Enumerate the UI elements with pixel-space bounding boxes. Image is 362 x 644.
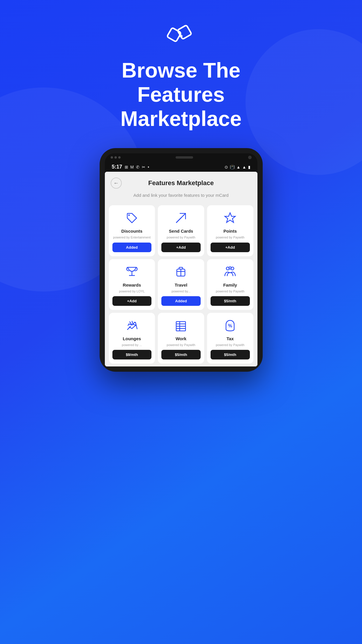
points-icon (223, 210, 238, 226)
phone-camera (248, 156, 252, 159)
feature-card-work: Work powered by Paywith $5/mth (158, 313, 204, 364)
header-section: Browse The Features Marketplace (0, 0, 362, 131)
feature-card-rewards: Rewards powered by LOYL +Add (109, 259, 155, 310)
travel-powered: powered by... (172, 289, 190, 293)
rewards-icon (124, 264, 139, 280)
svg-marker-6 (225, 213, 235, 222)
status-bar: 5:17 ⊞ M ✆ ✂ • ⊙ 📳 ▲ ▲ ▮ (105, 163, 257, 172)
family-powered: powered by Paywith (216, 289, 244, 293)
tax-icon: % (223, 318, 238, 333)
back-arrow-icon: ← (114, 180, 119, 186)
dot-status-icon: • (148, 165, 149, 169)
travel-button[interactable]: Added (161, 296, 201, 306)
phone-dots (111, 156, 121, 159)
phone-status-icon: ✆ (136, 165, 139, 169)
send-cards-button[interactable]: +Add (161, 243, 201, 252)
family-button[interactable]: $5/mth (211, 296, 250, 306)
send-cards-powered: powered by Paywith (167, 235, 195, 239)
lounges-powered: powered by ... (122, 343, 142, 347)
feature-card-send-cards: Send Cards powered by Paywith +Add (158, 205, 204, 256)
rewards-powered: powered by LOYL (119, 289, 145, 293)
missed-call-status-icon: ✂ (142, 165, 145, 169)
svg-point-2 (180, 35, 183, 38)
features-grid: Discounts powered by Entertainment Added… (105, 202, 257, 366)
phone-screen: ← Features Marketplace Add and link your… (105, 172, 257, 366)
work-icon (173, 318, 188, 333)
vibrate-status-icon: 📳 (230, 165, 235, 169)
svg-line-5 (176, 217, 181, 223)
back-button[interactable]: ← (111, 178, 122, 189)
mail-status-icon: M (130, 165, 134, 169)
svg-point-12 (229, 267, 231, 269)
page-title: Browse The Features Marketplace (79, 58, 283, 131)
rewards-name: Rewards (123, 282, 141, 287)
app-logo (164, 23, 199, 50)
discounts-name: Discounts (121, 229, 143, 234)
phone-top-bar (105, 153, 257, 163)
feature-card-lounges: Lounges powered by ... $9/mth (109, 313, 155, 364)
status-right-icons: ⊙ 📳 ▲ ▲ ▮ (225, 165, 250, 169)
work-name: Work (176, 336, 186, 341)
phone-dot (111, 156, 113, 159)
feature-card-discounts: Discounts powered by Entertainment Added (109, 205, 155, 256)
tax-button[interactable]: $5/mth (211, 350, 250, 359)
family-name: Family (223, 282, 237, 287)
work-powered: powered by Paywith (167, 343, 195, 347)
rewards-button[interactable]: +Add (112, 296, 152, 306)
discounts-icon (124, 210, 139, 226)
feature-card-travel: Travel powered by... Added (158, 259, 204, 310)
phone-dot (114, 156, 117, 159)
send-cards-name: Send Cards (169, 229, 193, 234)
points-name: Points (223, 229, 237, 234)
feature-card-family: Family powered by Paywith $5/mth (207, 259, 253, 310)
wifi-status-icon: ▲ (236, 165, 241, 169)
phone-frame: 5:17 ⊞ M ✆ ✂ • ⊙ 📳 ▲ ▲ ▮ ← Featu (100, 148, 263, 372)
app-header: ← Features Marketplace (105, 172, 257, 192)
svg-text:%: % (228, 323, 232, 328)
discounts-button[interactable]: Added (112, 243, 152, 252)
tax-name: Tax (227, 336, 234, 341)
phone-dot (118, 156, 121, 159)
lounges-icon (124, 318, 139, 333)
svg-point-3 (128, 215, 130, 216)
phone-speaker (176, 156, 193, 159)
discounts-powered: powered by Entertainment (113, 235, 151, 239)
send-cards-icon (173, 210, 188, 226)
lounges-button[interactable]: $9/mth (112, 350, 152, 359)
battery-status-icon: ▮ (248, 165, 250, 169)
points-powered: powered by Paywith (216, 235, 244, 239)
status-time: 5:17 (112, 164, 122, 170)
points-button[interactable]: +Add (211, 243, 250, 252)
app-title: Features Marketplace (122, 179, 241, 187)
signal-status-icon: ▲ (242, 165, 246, 169)
feature-card-tax: % Tax powered by Paywith $5/mth (207, 313, 253, 364)
clock-status-icon: ⊙ (225, 165, 228, 169)
status-left: 5:17 ⊞ M ✆ ✂ • (112, 164, 149, 170)
tax-powered: powered by Paywith (216, 343, 244, 347)
travel-name: Travel (175, 282, 187, 287)
feature-card-points: Points powered by Paywith +Add (207, 205, 253, 256)
grid-status-icon: ⊞ (125, 165, 128, 169)
work-button[interactable]: $5/mth (161, 350, 201, 359)
travel-icon (173, 264, 188, 280)
phone-mockup: 5:17 ⊞ M ✆ ✂ • ⊙ 📳 ▲ ▲ ▮ ← Featu (0, 148, 362, 372)
lounges-name: Lounges (123, 336, 141, 341)
family-icon (223, 264, 238, 280)
app-subtitle: Add and link your favorite features to y… (105, 192, 257, 202)
